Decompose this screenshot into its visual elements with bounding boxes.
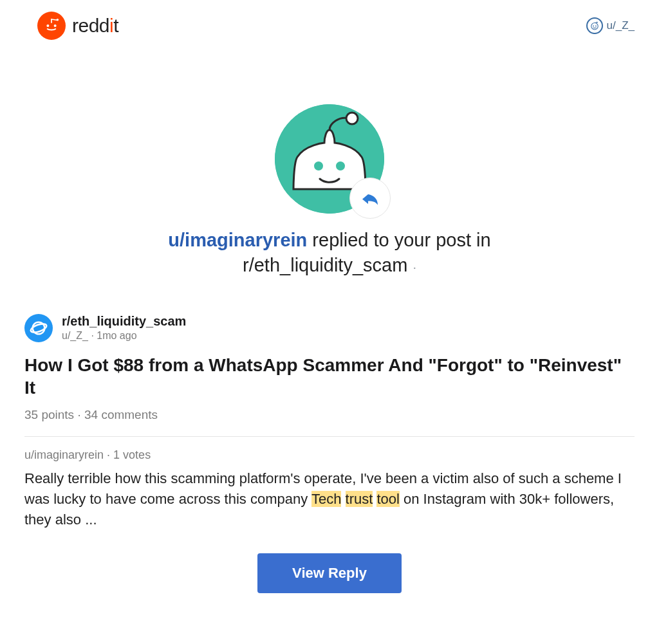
replier-user-link[interactable]: u/imaginaryrein [168,230,307,250]
svg-point-10 [346,113,358,124]
hl-sep-1 [341,491,345,507]
post-stats: 35 points · 34 comments [24,408,635,422]
post-header: r/eth_liquidity_scam u/_Z_ · 1mo ago [24,314,635,342]
subreddit-avatar-icon [24,314,53,342]
post-card: r/eth_liquidity_scam u/_Z_ · 1mo ago How… [24,314,635,593]
view-reply-button[interactable]: View Reply [257,553,402,593]
reply-byline: u/imaginaryrein · 1 votes [24,448,635,462]
snoo-avatar-icon [586,17,603,34]
stats-dot: · [77,408,84,421]
reply-author-link[interactable]: u/imaginaryrein [24,448,104,461]
post-points: 35 points [24,408,74,421]
notification-hero: u/imaginaryrein replied to your post in … [0,104,659,278]
reply-dot: · [107,448,113,461]
svg-point-12 [30,322,48,335]
headline-subreddit: r/eth_liquidity_scam [243,255,407,275]
highlight-2: trust [346,491,373,507]
byline-dot: · [91,330,97,341]
notification-headline: u/imaginaryrein replied to your post in … [0,228,659,278]
svg-point-0 [46,24,49,27]
svg-point-9 [336,161,345,170]
replier-avatar [275,104,384,214]
current-user-link[interactable]: u/_Z_ [586,17,635,34]
highlight-1: Tech [311,491,341,507]
svg-point-1 [54,24,57,27]
svg-point-8 [314,161,323,170]
reddit-wordmark: reddit [72,15,118,37]
reply-votes: 1 votes [113,448,151,461]
reddit-logo[interactable]: reddit [37,12,118,40]
headline-action: replied to your post in [307,230,490,250]
highlight-3: tool [376,491,399,507]
divider [24,436,635,437]
post-age: 1mo ago [97,330,136,341]
svg-point-4 [593,25,594,26]
post-author-link[interactable]: u/_Z_ [62,330,88,341]
svg-point-3 [591,23,598,30]
reddit-icon [37,12,66,40]
reply-body: Really terrible how this scamming platfo… [24,468,635,530]
current-user-name: u/_Z_ [607,19,635,32]
reply-arrow-icon [349,178,391,219]
post-title-link[interactable]: How I Got $88 from a WhatsApp Scammer An… [24,354,635,399]
headline-dot: · [413,260,416,274]
subreddit-link[interactable]: r/eth_liquidity_scam [62,314,186,329]
post-byline: u/_Z_ · 1mo ago [62,330,186,342]
post-comments: 34 comments [84,408,158,421]
header: reddit u/_Z_ [0,0,659,40]
svg-point-5 [595,25,596,26]
